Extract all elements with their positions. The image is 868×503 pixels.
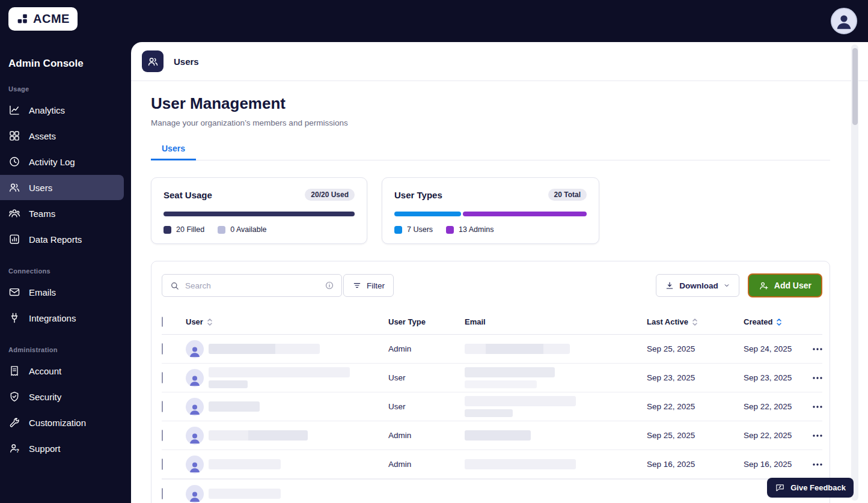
seat-usage-bar [164,212,355,216]
sidebar-item-analytics[interactable]: Analytics [0,97,124,123]
account-avatar[interactable] [831,8,857,34]
legend-admins: 13 Admins [446,225,494,234]
sidebar-item-data-reports[interactable]: Data Reports [0,227,124,252]
svg-text:?: ? [16,448,19,454]
sidebar-item-support[interactable]: ? Support [0,436,124,461]
filter-icon [352,281,362,290]
page-header: Users [131,42,868,81]
download-icon [665,281,674,290]
legend-label: 20 Filled [176,225,204,234]
sort-icon [207,318,213,326]
row-checkbox[interactable] [162,372,163,383]
person-icon [834,11,854,31]
row-actions-button[interactable] [810,397,825,416]
redacted-name-line2 [209,380,248,388]
section-label-administration: Administration [8,346,131,353]
redacted-name [209,489,281,499]
created-cell: Sep 24, 2025 [744,344,810,353]
select-all-checkbox[interactable] [162,317,163,327]
column-header-last-active[interactable]: Last Active [647,317,744,326]
table-row: User Sep 23, 2025 Sep 23, 2025 [162,364,822,392]
row-checkbox[interactable] [162,488,163,499]
row-actions-button[interactable] [810,455,825,474]
seat-usage-badge: 20/20 Used [305,189,355,201]
row-checkbox[interactable] [162,459,163,470]
sidebar-item-label: Activity Log [29,157,75,167]
sidebar-item-label: Teams [29,209,55,219]
user-type-cell: User [388,402,465,411]
sidebar-item-teams[interactable]: Teams [0,201,124,226]
user-types-badge: 20 Total [548,189,587,201]
sidebar-item-security[interactable]: Security [0,384,124,409]
row-checkbox[interactable] [162,430,163,441]
search-box [162,274,342,297]
seat-usage-card: Seat Usage 20/20 Used 20 Filled 0 Availa… [151,177,367,244]
last-active-cell: Sep 25, 2025 [647,431,744,440]
wrench-icon [8,416,20,428]
chart-line-icon [8,104,20,116]
filter-button[interactable]: Filter [343,274,394,297]
sidebar-item-assets[interactable]: Assets [0,123,124,148]
last-active-cell: Sep 25, 2025 [647,344,744,353]
row-actions-button[interactable] [810,368,825,388]
invoice-icon [8,365,20,377]
legend-label: 0 Available [230,225,266,234]
vertical-scrollbar[interactable] [851,44,858,501]
user-avatar-icon [186,456,204,474]
scrollbar-thumb[interactable] [852,48,858,125]
info-icon[interactable] [325,281,334,290]
sidebar-item-users[interactable]: Users [0,175,124,200]
download-button[interactable]: Download [656,274,739,297]
users-segment [394,212,461,216]
column-header-created[interactable]: Created [744,317,810,326]
feedback-bubble-icon [775,483,785,493]
sidebar-item-account[interactable]: Account [0,358,124,383]
column-header-user-type[interactable]: User Type [388,317,465,326]
plug-icon [8,312,20,324]
column-header-email[interactable]: Email [465,317,647,326]
redacted-name [209,401,260,412]
add-user-button[interactable]: Add User [748,273,822,297]
sort-icon-active [776,318,782,326]
sidebar-item-emails[interactable]: Emails [0,279,124,305]
give-feedback-button[interactable]: Give Feedback [767,478,854,498]
redacted-email [465,344,570,354]
table-row: Admin Sep 25, 2025 Sep 24, 2025 [162,335,822,364]
tab-users[interactable]: Users [151,144,196,160]
legend-swatch-available [218,226,225,234]
section-label-usage: Usage [8,85,131,93]
table-row-partial [162,479,822,503]
page-title: User Management [151,94,830,113]
feedback-label: Give Feedback [790,483,846,492]
row-actions-button[interactable] [810,340,825,359]
row-checkbox[interactable] [162,343,163,355]
last-active-cell: Sep 22, 2025 [647,402,744,411]
clock-icon [8,156,20,168]
legend-label: 13 Admins [459,225,494,234]
legend-swatch-admins [446,226,454,234]
row-checkbox[interactable] [162,401,163,412]
search-input[interactable] [185,281,319,290]
user-type-cell: User [388,373,465,382]
acme-logo-icon [16,13,29,25]
sidebar-item-activity-log[interactable]: Activity Log [0,149,124,174]
user-type-cell: Admin [388,344,465,353]
sidebar-item-label: Analytics [29,105,65,115]
brand-logo: ACME [8,7,78,31]
card-title: User Types [394,190,442,200]
sidebar-item-label: Assets [29,131,56,141]
legend-users: 7 Users [394,225,433,234]
user-avatar-icon [186,398,204,416]
sidebar-item-customization[interactable]: Customization [0,410,124,435]
support-person-icon: ? [8,442,20,454]
tab-bar: Users [151,143,830,160]
column-header-user[interactable]: User [186,317,388,326]
row-actions-button[interactable] [810,426,825,445]
admins-segment [463,212,587,216]
main-panel: Users User Management Manage your organi… [131,42,868,503]
redacted-name [209,459,281,469]
sidebar-item-integrations[interactable]: Integrations [0,305,124,331]
legend-swatch-users [394,226,402,234]
table-header-row: User User Type Email Last Active Created [162,309,822,335]
sidebar-item-label: Data Reports [29,234,82,245]
